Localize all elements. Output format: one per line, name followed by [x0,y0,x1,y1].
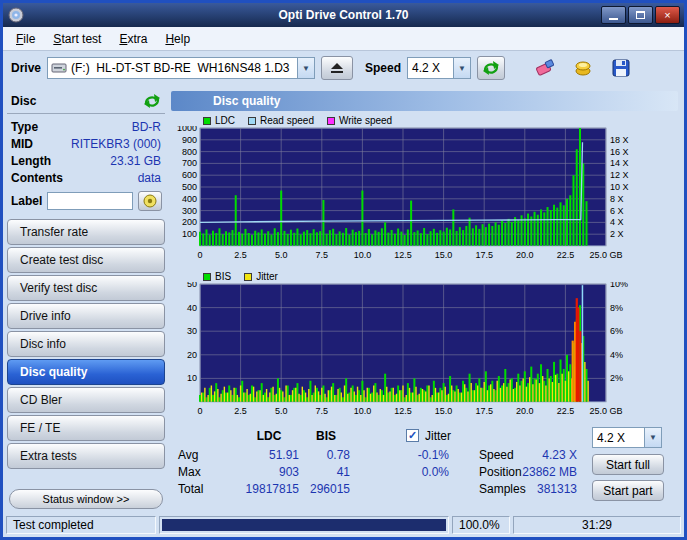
bis-column-header: BIS [302,429,350,443]
svg-text:400: 400 [182,194,197,204]
svg-text:2.5: 2.5 [234,406,247,416]
maximize-icon [636,11,645,19]
sidebar-button-verify-test-disc[interactable]: Verify test disc [7,275,165,301]
save-disk-icon [611,58,631,78]
test-speed-select[interactable]: 4.2 X ▼ [592,427,662,448]
svg-text:50: 50 [187,282,197,289]
write-label-button[interactable] [138,191,162,211]
svg-text:2 X: 2 X [610,229,624,239]
jitter-column-header: Jitter [425,429,451,443]
window-title: Opti Drive Control 1.70 [3,8,684,22]
ldc-column-header: LDC [229,429,309,443]
svg-text:17.5: 17.5 [475,250,493,260]
drive-select[interactable]: (F:) HL-DT-ST BD-RE WH16NS48 1.D3 ▼ [47,57,315,79]
start-part-button[interactable]: Start part [592,480,664,501]
svg-text:800: 800 [182,147,197,157]
sidebar-button-extra-tests[interactable]: Extra tests [7,443,165,469]
disc-mid-value: RITEKBR3 (000) [71,137,161,151]
menu-help[interactable]: Help [156,29,199,49]
svg-text:10.0: 10.0 [354,250,372,260]
disc-label-caption: Label [11,194,42,208]
license-button[interactable] [570,56,596,80]
speed-stat-value: 4.23 X [519,448,577,462]
start-full-button[interactable]: Start full [592,454,664,475]
svg-text:18 X: 18 X [610,135,629,145]
menu-start-test[interactable]: Start test [44,29,110,49]
menu-file[interactable]: File [7,29,44,49]
erase-disc-button[interactable] [532,56,558,80]
maximize-button[interactable] [628,6,653,24]
position-stat-label: Position [479,465,522,479]
eject-button[interactable] [321,56,353,80]
close-button[interactable]: × [655,6,680,24]
refresh-icon [482,60,500,76]
status-bar: Test completed 100.0% 31:29 [3,513,684,537]
coins-icon [573,58,593,78]
svg-text:20.0: 20.0 [516,250,534,260]
sidebar-button-drive-info[interactable]: Drive info [7,303,165,329]
svg-text:12.5: 12.5 [394,406,412,416]
bis-jitter-legend: BISJitter [203,271,278,282]
svg-text:4%: 4% [610,350,623,360]
total-bis-value: 296015 [302,482,350,496]
svg-text:1000: 1000 [177,126,197,133]
sidebar-button-cd-bler[interactable]: CD Bler [7,387,165,413]
total-ldc-value: 19817815 [219,482,299,496]
svg-text:200: 200 [182,217,197,227]
app-window: Opti Drive Control 1.70 × File Start tes… [0,0,687,540]
speed-label: Speed [365,61,401,75]
svg-text:25.0 GB: 25.0 GB [589,406,622,416]
disc-label-input[interactable] [47,192,133,210]
svg-text:17.5: 17.5 [475,406,493,416]
svg-text:2.5: 2.5 [234,250,247,260]
drive-select-value: (F:) HL-DT-ST BD-RE WH16NS48 1.D3 [67,61,297,75]
svg-text:22.5: 22.5 [557,406,575,416]
max-row-label: Max [178,465,201,479]
svg-text:15.0: 15.0 [435,406,453,416]
sidebar-button-disc-info[interactable]: Disc info [7,331,165,357]
sidebar-button-disc-quality[interactable]: Disc quality [7,359,165,385]
status-window-button[interactable]: Status window >> [9,489,163,509]
refresh-speeds-button[interactable] [477,56,505,80]
total-row-label: Total [178,482,203,496]
svg-text:0: 0 [197,406,202,416]
disc-quality-chart: 10020030040050060070080090010002 X4 X6 X… [169,126,674,265]
label-icon [143,194,157,208]
legend-write-speed: Write speed [327,115,392,126]
sidebar-button-create-test-disc[interactable]: Create test disc [7,247,165,273]
svg-text:10: 10 [187,373,197,383]
eject-icon [330,62,344,74]
disc-info-row: MID RITEKBR3 (000) [7,135,165,152]
chevron-down-icon: ▼ [644,428,661,447]
svg-text:12.5: 12.5 [394,250,412,260]
svg-text:6%: 6% [610,326,623,336]
progress-fill [162,519,446,531]
minimize-icon [609,18,618,20]
svg-text:5.0: 5.0 [275,250,288,260]
svg-text:500: 500 [182,182,197,192]
max-jitter-value: 0.0% [394,465,449,479]
speed-select[interactable]: 4.2 X ▼ [407,57,471,79]
elapsed-time: 31:29 [513,516,681,534]
menu-bar: File Start test Extra Help [3,27,684,51]
disc-info-row: Type BD-R [7,118,165,135]
chevron-down-icon: ▼ [453,58,470,78]
save-button[interactable] [608,56,634,80]
menu-extra[interactable]: Extra [110,29,156,49]
status-text: Test completed [6,516,156,534]
svg-text:2%: 2% [610,373,623,383]
sidebar-button-transfer-rate[interactable]: Transfer rate [7,219,165,245]
disc-length-value: 23.31 GB [110,154,161,168]
sidebar-button-fe-te[interactable]: FE / TE [7,415,165,441]
svg-text:8%: 8% [610,303,623,313]
stats-panel: LDC BIS ✓ Jitter Avg 51.91 0.78 -0.1% Ma… [169,423,680,509]
jitter-checkbox[interactable]: ✓ [406,429,419,442]
svg-text:22.5: 22.5 [557,250,575,260]
disc-type-value: BD-R [132,120,161,134]
svg-text:20.0: 20.0 [516,406,534,416]
svg-text:5.0: 5.0 [275,406,288,416]
disc-mid-label: MID [11,137,33,151]
avg-ldc-value: 51.91 [219,448,299,462]
disc-refresh-icon[interactable] [143,93,161,109]
minimize-button[interactable] [601,6,626,24]
